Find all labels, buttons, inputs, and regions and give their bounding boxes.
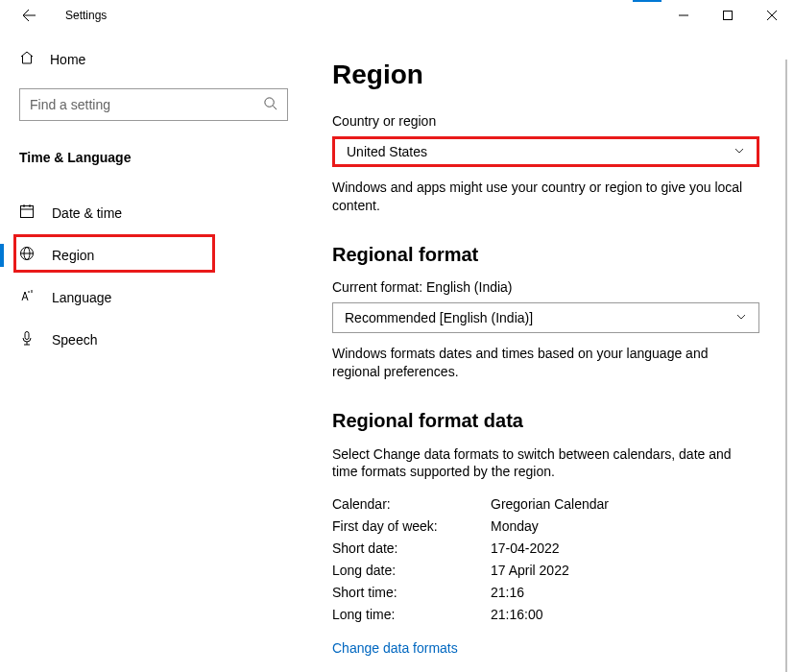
search-placeholder: Find a setting xyxy=(30,97,263,112)
nav-label: Speech xyxy=(52,332,97,348)
data-row: Long date: 17 April 2022 xyxy=(332,563,765,578)
home-label: Home xyxy=(50,52,85,67)
country-label: Country or region xyxy=(332,113,765,129)
titlebar: Settings xyxy=(0,0,794,31)
country-helper: Windows and apps might use your country … xyxy=(332,179,759,215)
page-title: Region xyxy=(332,60,765,90)
svg-rect-2 xyxy=(21,206,34,218)
chevron-down-icon xyxy=(734,143,745,160)
nav-label: Date & time xyxy=(52,205,122,221)
regional-format-title: Regional format xyxy=(332,244,765,266)
data-row: Short date: 17-04-2022 xyxy=(332,540,765,556)
nav-item-region[interactable]: Region xyxy=(0,234,288,276)
change-formats-link[interactable]: Change data formats xyxy=(332,640,458,656)
data-key: Long time: xyxy=(332,607,491,622)
nav-label: Region xyxy=(52,248,94,263)
current-format-row: Current format: English (India) xyxy=(332,279,765,295)
format-dropdown[interactable]: Recommended [English (India)] xyxy=(332,302,759,333)
data-value: Monday xyxy=(491,518,539,534)
home-nav[interactable]: Home xyxy=(19,50,288,69)
minimize-button[interactable] xyxy=(662,0,706,31)
nav-item-speech[interactable]: Speech xyxy=(0,319,288,361)
data-key: Short time: xyxy=(332,585,491,600)
window-controls xyxy=(662,0,794,31)
format-data-title: Regional format data xyxy=(332,410,765,432)
data-row: Short time: 21:16 xyxy=(332,585,765,600)
format-helper: Windows formats dates and times based on… xyxy=(332,345,759,381)
current-format-value: English (India) xyxy=(426,279,513,295)
nav-item-language[interactable]: Language xyxy=(0,276,288,319)
content-area: Region Country or region United States W… xyxy=(307,31,794,672)
data-key: Long date: xyxy=(332,563,491,578)
data-value: 17 April 2022 xyxy=(491,563,569,578)
current-format-label: Current format: xyxy=(332,279,426,295)
data-value: Gregorian Calendar xyxy=(491,496,609,512)
data-key: Calendar: xyxy=(332,496,491,512)
chevron-down-icon xyxy=(735,309,747,326)
data-row: Long time: 21:16:00 xyxy=(332,607,765,622)
scrollbar[interactable] xyxy=(785,60,787,672)
sidebar: Home Find a setting Time & Language Date… xyxy=(0,31,307,672)
format-data-grid: Calendar: Gregorian Calendar First day o… xyxy=(332,496,765,622)
data-value: 17-04-2022 xyxy=(491,540,560,556)
country-dropdown[interactable]: United States xyxy=(332,136,759,167)
svg-rect-5 xyxy=(25,332,29,340)
back-button[interactable] xyxy=(21,8,36,23)
svg-rect-0 xyxy=(724,12,733,20)
data-row: Calendar: Gregorian Calendar xyxy=(332,496,765,512)
nav-label: Language xyxy=(52,290,111,305)
globe-icon xyxy=(19,246,35,265)
calendar-icon xyxy=(19,204,35,223)
highlight-box xyxy=(13,234,215,273)
category-title: Time & Language xyxy=(19,150,288,165)
country-dropdown-value: United States xyxy=(347,144,427,159)
format-data-intro: Select Change data formats to switch bet… xyxy=(332,445,759,482)
format-dropdown-value: Recommended [English (India)] xyxy=(345,310,533,325)
nav-list: Date & time Region Language xyxy=(0,192,288,361)
svg-point-1 xyxy=(265,97,274,106)
data-key: First day of week: xyxy=(332,518,491,534)
window-title: Settings xyxy=(65,9,107,22)
maximize-button[interactable] xyxy=(706,0,750,31)
accent-indicator xyxy=(633,0,662,2)
data-value: 21:16:00 xyxy=(491,607,543,622)
search-input[interactable]: Find a setting xyxy=(19,88,288,121)
language-icon xyxy=(19,288,35,307)
data-key: Short date: xyxy=(332,540,491,556)
microphone-icon xyxy=(19,330,35,349)
data-row: First day of week: Monday xyxy=(332,518,765,534)
nav-item-date-time[interactable]: Date & time xyxy=(0,192,288,234)
home-icon xyxy=(19,50,35,69)
close-button[interactable] xyxy=(750,0,794,31)
data-value: 21:16 xyxy=(491,585,524,600)
search-icon xyxy=(263,96,277,114)
